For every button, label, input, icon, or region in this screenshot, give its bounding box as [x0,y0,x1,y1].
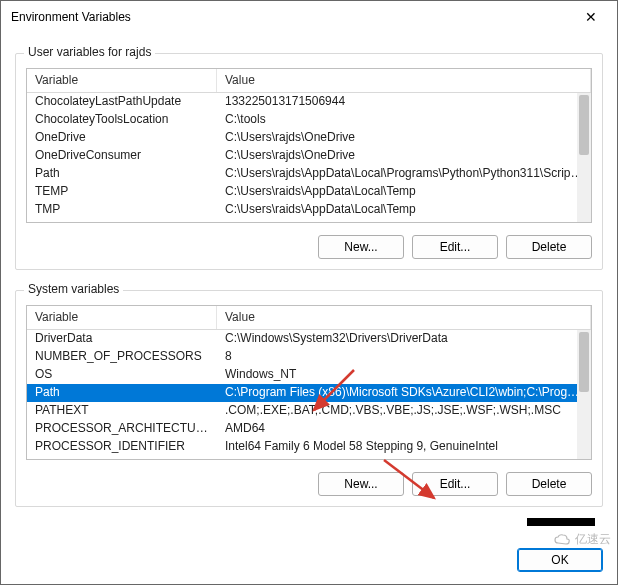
column-variable[interactable]: Variable [27,69,217,92]
user-delete-button[interactable]: Delete [506,235,592,259]
variable-name: TMP [27,201,217,219]
close-icon: ✕ [585,9,597,25]
table-row[interactable]: TMPC:\Users\raids\AppData\Local\Temp [27,201,591,219]
close-button[interactable]: ✕ [571,3,611,31]
variable-name: Path [27,384,217,402]
table-row[interactable]: OneDriveC:\Users\rajds\OneDrive [27,129,591,147]
variable-value: C:\Program Files (x86)\Microsoft SDKs\Az… [217,384,591,402]
variable-name: DriverData [27,330,217,348]
user-scrollbar[interactable] [577,93,591,222]
variable-value: C:\Users\raids\AppData\Local\Temp [217,201,591,219]
table-row[interactable]: PathC:\Users\rajds\AppData\Local\Program… [27,165,591,183]
variable-name: Path [27,165,217,183]
table-row[interactable]: OneDriveConsumerC:\Users\rajds\OneDrive [27,147,591,165]
variable-name: OneDrive [27,129,217,147]
column-variable[interactable]: Variable [27,306,217,329]
system-variables-group: System variables Variable Value DriverDa… [15,290,603,507]
variable-value: Intel64 Family 6 Model 58 Stepping 9, Ge… [217,438,591,456]
variable-name: PATHEXT [27,402,217,420]
table-row[interactable]: ChocolateyToolsLocationC:\tools [27,111,591,129]
system-edit-button[interactable]: Edit... [412,472,498,496]
user-new-button[interactable]: New... [318,235,404,259]
user-edit-button[interactable]: Edit... [412,235,498,259]
variable-name: ChocolateyLastPathUpdate [27,93,217,111]
table-row[interactable]: PROCESSOR_ARCHITECTUREAMD64 [27,420,591,438]
variable-value: Windows_NT [217,366,591,384]
ok-button[interactable]: OK [517,548,603,572]
system-buttons: New... Edit... Delete [26,472,592,496]
variable-name: PROCESSOR_ARCHITECTURE [27,420,217,438]
variable-name: OneDriveConsumer [27,147,217,165]
system-scrollbar[interactable] [577,330,591,459]
user-list-header: Variable Value [27,69,591,93]
system-new-button[interactable]: New... [318,472,404,496]
variable-name: OS [27,366,217,384]
table-row[interactable]: ChocolateyLastPathUpdate1332250131715069… [27,93,591,111]
variable-name: NUMBER_OF_PROCESSORS [27,348,217,366]
user-buttons: New... Edit... Delete [26,235,592,259]
column-value[interactable]: Value [217,306,591,329]
user-variables-list[interactable]: Variable Value ChocolateyLastPathUpdate1… [26,68,592,223]
table-row[interactable]: NUMBER_OF_PROCESSORS8 [27,348,591,366]
system-group-label: System variables [24,282,123,296]
variable-value: C:\Windows\System32\Drivers\DriverData [217,330,591,348]
table-row[interactable]: PROCESSOR_IDENTIFIERIntel64 Family 6 Mod… [27,438,591,456]
variable-value: C:\Users\rajds\AppData\Local\Programs\Py… [217,165,591,183]
dialog-footer: OK [1,540,617,584]
system-scrollbar-thumb[interactable] [579,332,589,392]
user-variables-group: User variables for rajds Variable Value … [15,53,603,270]
system-list-body: DriverDataC:\Windows\System32\Drivers\Dr… [27,330,591,460]
system-delete-button[interactable]: Delete [506,472,592,496]
environment-variables-dialog: Environment Variables ✕ User variables f… [0,0,618,585]
variable-value: C:\tools [217,111,591,129]
window-title: Environment Variables [11,10,571,24]
table-row[interactable]: PathC:\Program Files (x86)\Microsoft SDK… [27,384,591,402]
dialog-content: User variables for rajds Variable Value … [1,33,617,540]
user-group-label: User variables for rajds [24,45,155,59]
table-row[interactable]: TEMPC:\Users\raids\AppData\Local\Temp [27,183,591,201]
variable-name: TEMP [27,183,217,201]
titlebar: Environment Variables ✕ [1,1,617,33]
system-list-header: Variable Value [27,306,591,330]
variable-value: C:\Users\rajds\OneDrive [217,147,591,165]
variable-value: 133225013171506944 [217,93,591,111]
column-value[interactable]: Value [217,69,591,92]
table-row[interactable]: OSWindows_NT [27,366,591,384]
table-row[interactable]: PATHEXT.COM;.EXE;.BAT;.CMD;.VBS;.VBE;.JS… [27,402,591,420]
variable-value: C:\Users\raids\AppData\Local\Temp [217,183,591,201]
variable-value: AMD64 [217,420,591,438]
variable-value: C:\Users\rajds\OneDrive [217,129,591,147]
user-list-body: ChocolateyLastPathUpdate1332250131715069… [27,93,591,223]
variable-name: ChocolateyToolsLocation [27,111,217,129]
variable-value: .COM;.EXE;.BAT;.CMD;.VBS;.VBE;.JS;.JSE;.… [217,402,591,420]
table-row[interactable]: DriverDataC:\Windows\System32\Drivers\Dr… [27,330,591,348]
variable-value: 8 [217,348,591,366]
user-scrollbar-thumb[interactable] [579,95,589,155]
system-variables-list[interactable]: Variable Value DriverDataC:\Windows\Syst… [26,305,592,460]
variable-name: PROCESSOR_IDENTIFIER [27,438,217,456]
